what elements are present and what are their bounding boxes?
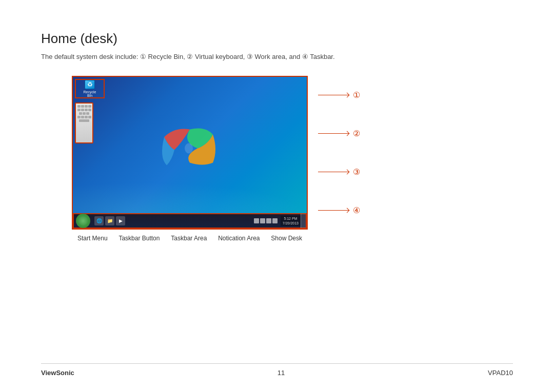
key xyxy=(85,116,88,118)
label-show-desk: Show Desk xyxy=(271,235,302,242)
recycle-bin-icon xyxy=(85,80,95,89)
clock-time: 5:12 PM xyxy=(283,216,299,221)
annotation-line-2 xyxy=(318,133,349,134)
page-title: Home (desk) xyxy=(41,31,513,47)
show-desktop-button[interactable] xyxy=(301,214,306,228)
annotation-number-3: ③ xyxy=(353,167,360,177)
key xyxy=(79,119,89,122)
key xyxy=(81,105,84,108)
annotation-2: ② xyxy=(318,129,360,138)
key-row xyxy=(77,112,91,115)
key xyxy=(85,105,88,108)
key xyxy=(79,112,82,115)
footer-page-number: 11 xyxy=(278,369,285,377)
page-description: The default system desk include: ① Recyc… xyxy=(41,53,513,60)
key xyxy=(81,116,84,118)
annotation-number-1: ① xyxy=(353,90,360,100)
taskbar: 🌐 📁 ▶ xyxy=(73,213,307,229)
key xyxy=(86,112,89,115)
desktop-wave xyxy=(73,182,307,213)
taskbar-labels-row: Start Menu Taskbar Button Taskbar Area N… xyxy=(72,235,308,242)
virtual-keyboard-area xyxy=(75,102,93,143)
key xyxy=(88,109,91,111)
annotation-1: ① xyxy=(318,90,360,100)
start-button[interactable] xyxy=(76,214,90,228)
key xyxy=(77,116,81,118)
annotation-line-4 xyxy=(318,210,349,211)
taskbar-icon-media[interactable]: ▶ xyxy=(116,216,125,225)
clock-date: 7/20/2013 xyxy=(283,221,299,225)
start-button-inner xyxy=(78,216,88,225)
taskbar-icon-ie[interactable]: 🌐 xyxy=(94,216,104,225)
diagram-container: RecycleBin xyxy=(72,76,513,242)
clock-display: 5:12 PM 7/20/2013 xyxy=(281,216,301,226)
label-taskbar-area: Taskbar Area xyxy=(171,235,207,242)
notification-area xyxy=(252,218,280,223)
key xyxy=(77,105,81,108)
annotations-panel: ① ② ③ ④ xyxy=(318,76,360,230)
notif-icon-4 xyxy=(272,218,278,223)
label-notification-area: Notication Area xyxy=(218,235,260,242)
key xyxy=(88,116,91,118)
key xyxy=(88,105,91,108)
notif-icon-2 xyxy=(260,218,265,223)
recycle-bin-area: RecycleBin xyxy=(75,79,105,98)
page-footer: ViewSonic 11 VPAD10 xyxy=(41,363,513,377)
footer-brand: ViewSonic xyxy=(41,369,74,377)
key-row xyxy=(77,109,91,111)
labels-container: RecycleBin xyxy=(72,76,308,242)
annotation-number-2: ② xyxy=(353,129,360,138)
label-taskbar-button: Taskbar Button xyxy=(118,235,160,242)
desktop-background: RecycleBin xyxy=(73,77,307,229)
label-start-menu: Start Menu xyxy=(77,235,108,242)
annotation-3: ③ xyxy=(318,167,360,177)
footer-model: VPAD10 xyxy=(488,369,513,377)
key-row xyxy=(77,116,91,118)
taskbar-icons: 🌐 📁 ▶ xyxy=(94,216,125,225)
desktop-mockup: RecycleBin xyxy=(72,76,308,230)
key xyxy=(83,112,86,115)
taskbar-icon-folder[interactable]: 📁 xyxy=(105,216,114,225)
windows-logo xyxy=(159,122,221,178)
notif-icon-1 xyxy=(254,218,259,223)
key-row xyxy=(77,119,91,122)
annotation-line-1 xyxy=(318,95,349,95)
key xyxy=(77,109,81,111)
recycle-bin-label: RecycleBin xyxy=(84,90,96,97)
key xyxy=(81,109,84,111)
svg-point-0 xyxy=(185,143,193,154)
key-row xyxy=(77,105,91,108)
annotation-number-4: ④ xyxy=(353,205,360,215)
notif-icon-3 xyxy=(266,218,271,223)
annotation-4: ④ xyxy=(318,205,360,215)
annotation-line-3 xyxy=(318,172,349,172)
key xyxy=(85,109,88,111)
